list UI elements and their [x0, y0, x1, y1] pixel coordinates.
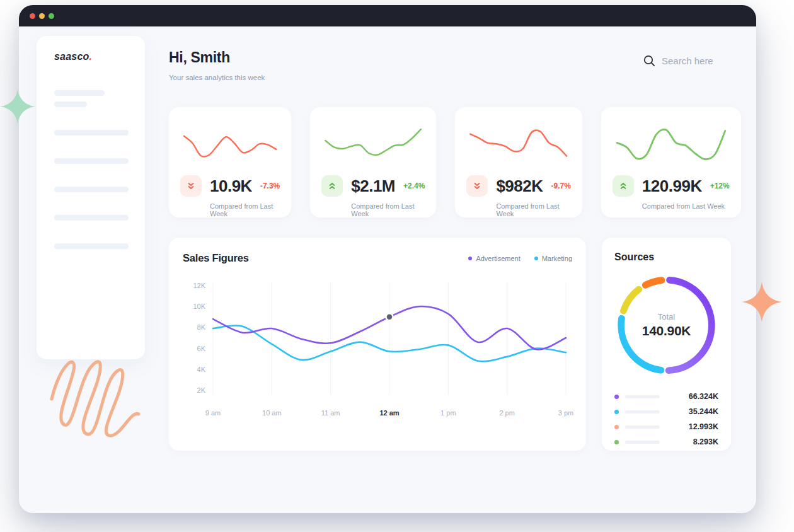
stat-card: $2.1M +2.4% Compared from Last Week: [310, 107, 436, 217]
legend-dot: [614, 395, 619, 399]
sources-legend-row[interactable]: 35.244K: [614, 404, 718, 419]
sidebar-skeleton-item: [54, 101, 87, 107]
sales-line-chart: 9 am10 am11 am12 am1 pm2 pm3 pm12K10K8K6…: [183, 270, 586, 425]
svg-text:1 pm: 1 pm: [440, 409, 456, 417]
legend-dot: [614, 425, 619, 429]
app-content: saasco. Hi, Smith Your sales analytics t…: [19, 26, 756, 513]
sales-figures-title: Sales Figures: [183, 252, 249, 264]
stat-value: 120.99K: [642, 176, 702, 196]
stat-card: 120.99K +12% Compared from Last Week: [601, 107, 741, 217]
sources-title: Sources: [614, 252, 718, 263]
sidebar-skeleton-item: [54, 215, 129, 221]
sources-legend-row[interactable]: 12.993K: [614, 419, 718, 434]
page-subtitle: Your sales analytics this week: [169, 74, 265, 81]
legend-value: 8.293K: [693, 437, 718, 446]
stat-delta: +2.4%: [403, 182, 425, 190]
search-input[interactable]: [662, 55, 731, 66]
close-button[interactable]: [30, 13, 35, 19]
svg-text:10K: 10K: [193, 303, 205, 310]
stat-delta: +12%: [710, 182, 730, 190]
stat-delta: -9.7%: [551, 182, 571, 190]
stat-card: 10.9K -7.3% Compared from Last Week: [169, 107, 291, 217]
stat-card: $982K -9.7% Compared from Last Week: [455, 107, 582, 217]
legend-item-marketing[interactable]: Marketing: [534, 255, 572, 262]
stat-note: Compared from Last Week: [351, 202, 425, 217]
svg-text:9 am: 9 am: [205, 409, 221, 417]
legend-skeleton-label: [625, 425, 660, 429]
legend-dot: [534, 257, 538, 260]
trend-up-icon: [321, 175, 343, 197]
svg-text:6K: 6K: [197, 345, 206, 352]
svg-text:12 am: 12 am: [379, 409, 399, 417]
svg-text:2 pm: 2 pm: [499, 409, 514, 417]
stat-value: $2.1M: [351, 176, 395, 196]
trend-up-icon: [613, 175, 634, 197]
svg-text:8K: 8K: [197, 323, 206, 331]
legend-skeleton-label: [625, 395, 660, 398]
page-title: Hi, Smith: [169, 49, 265, 66]
legend-item-advertisement[interactable]: Advertisement: [468, 255, 520, 262]
svg-text:3 pm: 3 pm: [558, 409, 573, 417]
sidebar-skeleton-item: [54, 187, 129, 192]
trend-down-icon: [466, 175, 488, 197]
zoom-button[interactable]: [49, 13, 54, 19]
stat-note: Compared from Last Week: [496, 202, 570, 217]
chart-legend: Advertisement Marketing: [468, 255, 572, 262]
search-icon[interactable]: [643, 55, 655, 67]
stat-value: $982K: [496, 176, 543, 196]
svg-text:4K: 4K: [197, 366, 206, 373]
sidebar-skeleton-item: [54, 130, 129, 136]
legend-skeleton-label: [625, 441, 660, 444]
sidebar-skeleton-item: [54, 90, 105, 96]
legend-dot: [614, 440, 619, 444]
sources-legend-row[interactable]: 66.324K: [614, 389, 718, 404]
svg-text:11 am: 11 am: [321, 409, 340, 417]
sparkline-chart: [321, 116, 425, 174]
stat-value: 10.9K: [210, 176, 252, 196]
legend-value: 35.244K: [689, 407, 718, 416]
minimize-button[interactable]: [39, 13, 45, 19]
sidebar: saasco.: [37, 36, 145, 359]
stat-delta: -7.3%: [260, 182, 280, 190]
sparkline-chart: [466, 116, 570, 174]
donut-total-value: 140.90K: [642, 323, 691, 338]
app-logo: saasco.: [54, 51, 127, 62]
sources-legend-row[interactable]: 8.293K: [614, 434, 718, 449]
legend-value: 12.993K: [689, 422, 718, 431]
donut-center: Total 140.90K: [614, 272, 718, 379]
sources-card: Sources Total 140.90K 66.324K: [602, 238, 731, 451]
app-window: saasco. Hi, Smith Your sales analytics t…: [19, 5, 756, 513]
stat-cards-row: 10.9K -7.3% Compared from Last Week $2.1…: [169, 107, 731, 217]
window-titlebar: [19, 5, 756, 26]
sparkline-chart: [180, 116, 280, 174]
legend-dot: [468, 257, 472, 260]
svg-text:12K: 12K: [193, 282, 205, 289]
svg-text:2K: 2K: [197, 386, 206, 394]
legend-skeleton-label: [625, 410, 660, 413]
sparkline-chart: [613, 116, 730, 174]
stat-note: Compared from Last Week: [210, 202, 280, 217]
sources-legend: 66.324K 35.244K 12.993K: [614, 389, 718, 449]
donut-total-label: Total: [658, 312, 675, 321]
sidebar-skeleton-item: [54, 158, 129, 164]
sales-figures-card: Sales Figures Advertisement Marketing: [169, 238, 586, 451]
sidebar-skeleton-item: [54, 243, 129, 249]
trend-down-icon: [180, 175, 202, 197]
stat-note: Compared from Last Week: [642, 202, 730, 210]
search-box[interactable]: [643, 55, 731, 67]
svg-text:10 am: 10 am: [262, 409, 282, 417]
legend-value: 66.324K: [689, 392, 718, 401]
legend-dot: [614, 410, 619, 414]
main-area: Hi, Smith Your sales analytics this week: [169, 26, 731, 451]
